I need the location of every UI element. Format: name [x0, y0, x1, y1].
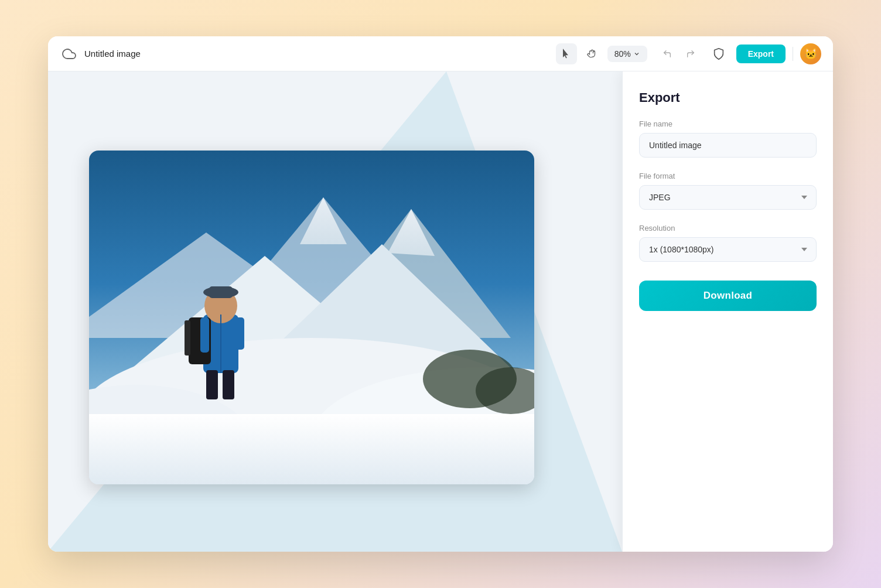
undo-redo-group: [657, 43, 701, 64]
svg-rect-18: [209, 286, 233, 298]
svg-rect-21: [200, 317, 209, 353]
app-window: Untitled image 80%: [48, 36, 833, 552]
zoom-level: 80%: [614, 49, 631, 59]
toolbar-left: Untitled image: [60, 45, 549, 63]
svg-rect-14: [89, 414, 534, 484]
cloud-icon: [60, 45, 78, 63]
toolbar-center: 80%: [556, 43, 701, 64]
svg-rect-24: [206, 370, 218, 399]
download-button[interactable]: Download: [639, 281, 817, 311]
redo-button[interactable]: [680, 43, 701, 64]
image-card: [89, 151, 534, 484]
cursor-tool-button[interactable]: [556, 43, 577, 64]
resolution-select-wrapper: 1x (1080*1080px) 2x (2160*2160px) 0.5x (…: [639, 237, 817, 262]
zoom-control[interactable]: 80%: [607, 46, 647, 62]
hand-tool-button[interactable]: [582, 43, 603, 64]
undo-button[interactable]: [657, 43, 678, 64]
toolbar-divider: [793, 47, 793, 61]
file-name-input[interactable]: [639, 133, 817, 158]
panel-title: Export: [639, 90, 817, 105]
file-name-group: File name: [639, 119, 817, 158]
file-format-group: File format JPEG PNG SVG PDF: [639, 172, 817, 210]
doc-title: Untitled image: [84, 49, 141, 59]
file-format-select[interactable]: JPEG PNG SVG PDF: [639, 185, 817, 210]
file-format-label: File format: [639, 172, 817, 180]
export-button[interactable]: Export: [736, 45, 786, 63]
avatar[interactable]: 🐱: [800, 43, 821, 64]
file-name-label: File name: [639, 119, 817, 128]
resolution-group: Resolution 1x (1080*1080px) 2x (2160*216…: [639, 224, 817, 262]
toolbar-right: Export 🐱: [708, 43, 821, 64]
canvas-area: [48, 71, 622, 552]
svg-rect-25: [223, 370, 234, 399]
toolbar: Untitled image 80%: [48, 36, 833, 71]
export-panel: Export File name File format JPEG PNG SV…: [622, 71, 833, 552]
main-content: Export File name File format JPEG PNG SV…: [48, 71, 833, 552]
file-format-select-wrapper: JPEG PNG SVG PDF: [639, 185, 817, 210]
svg-rect-20: [185, 320, 190, 355]
resolution-label: Resolution: [639, 224, 817, 233]
svg-rect-22: [235, 317, 244, 350]
shield-button[interactable]: [708, 43, 729, 64]
resolution-select[interactable]: 1x (1080*1080px) 2x (2160*2160px) 0.5x (…: [639, 237, 817, 262]
